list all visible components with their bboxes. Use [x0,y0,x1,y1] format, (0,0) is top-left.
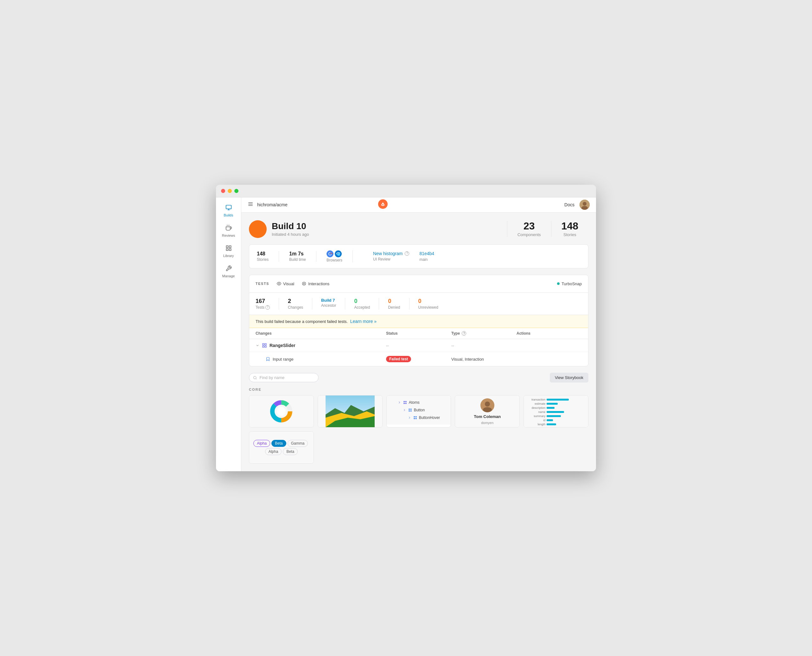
hbar-row-3: description [526,406,585,410]
docs-link[interactable]: Docs [564,202,574,207]
build-status-circle [249,220,267,238]
hbar-preview: transaction estimate description [524,396,588,427]
hbar-fill-5 [546,415,561,417]
sidebar-item-library[interactable]: Library [216,241,241,261]
svg-point-29 [254,376,256,379]
stories-info: 148 Stories [257,251,279,262]
stat-accepted-label: Accepted [354,305,370,309]
svg-rect-9 [226,248,228,251]
minimize-button[interactable] [228,189,232,193]
ui-review-label: UI Review [373,257,391,261]
stat-ancestor: Build 7 Ancestor [321,298,345,309]
svg-rect-47 [411,410,412,412]
story-card-tree[interactable]: Atoms Button ButtonH [386,395,451,427]
stat-changes-label: Changes [288,305,303,309]
stat-denied-value: 0 [388,298,400,305]
svg-point-54 [483,407,492,412]
bookmark-icon [266,357,270,361]
story-card-profile[interactable]: Tom Coleman domyen [455,395,520,427]
tab-interactions-label: Interactions [308,282,329,286]
stat-unreviewed-label: Unreviewed [418,305,438,309]
stories-info-label: Stories [257,257,269,262]
tab-interactions[interactable]: Interactions [299,280,332,288]
svg-rect-42 [403,403,405,404]
branch-link[interactable]: 81e4b4 [419,251,434,256]
hbar-row-1: transaction [526,398,585,401]
stat-ancestor-link[interactable]: Build 7 [321,298,336,303]
browsers-label: Browsers [327,258,342,262]
turbosnap-dot [557,282,560,285]
menu-icon[interactable] [248,201,253,208]
landscape-preview [318,396,382,427]
hbar-fill-1 [546,399,569,401]
reviews-icon [224,223,233,232]
stat-changes-value: 2 [288,298,303,305]
sidebar-item-manage[interactable]: Manage [216,261,241,281]
maximize-button[interactable] [235,189,238,193]
tests-header: TESTS Visual Interacti [249,275,588,293]
svg-rect-49 [415,416,417,418]
library-icon [224,244,233,252]
builds-label: Builds [224,213,233,217]
sidebar-item-builds[interactable]: Builds [216,200,241,220]
story-card-landscape[interactable] [318,395,383,427]
table-row[interactable]: Input range Failed test Visual, Interact… [249,352,588,366]
ui-review-info: New histogram ? UI Review [373,251,409,262]
builds-icon [224,203,233,212]
svg-rect-25 [262,343,264,345]
build-stats: 23 Components 148 Stories [507,221,588,237]
warning-link[interactable]: Learn more » [350,319,377,324]
stat-unreviewed: 0 Unreviewed [418,298,447,309]
visual-tab-icon [277,282,281,286]
tests-help-icon[interactable]: ? [266,305,270,309]
org-name: hichroma/acme [257,202,287,207]
stat-accepted: 0 Accepted [354,298,379,309]
changes-table: Changes Status Type ? Actions [249,328,588,366]
sidebar-item-reviews[interactable]: Reviews [216,220,241,241]
hbar-label-5: summary [526,415,545,418]
tab-visual[interactable]: Visual [274,280,297,288]
component-type: -- [451,343,517,348]
find-input[interactable] [260,375,315,380]
hbar-label-6: id [526,419,545,422]
chevron-down-icon[interactable] [256,343,259,347]
stories-count: 148 [562,221,578,231]
svg-rect-8 [229,248,231,251]
svg-point-18 [582,206,588,210]
svg-rect-6 [226,246,228,248]
hbar-row-6: id [526,419,585,422]
hbar-label-7: length [526,423,545,426]
stat-unreviewed-value: 0 [418,298,438,305]
build-components-stat: 23 Components [507,221,551,237]
profile-name: Tom Coleman [474,414,501,419]
hbar-label-1: transaction [526,398,545,401]
component-name-cell: RangeSlider [256,343,386,348]
hbar-fill-3 [546,407,554,409]
profile-preview: Tom Coleman domyen [455,396,519,427]
story-card-chips[interactable]: Alpha Beta Gamma Alpha Beta [249,431,314,464]
story-card-donut[interactable] [249,395,314,427]
hbar-row-7: length [526,423,585,426]
interactions-tab-icon [302,282,306,286]
svg-point-35 [277,407,286,416]
tests-section-label: TESTS [256,282,269,286]
hbar-row-5: summary [526,415,585,418]
browsers-row [327,251,342,257]
tree-item-button: Button [397,406,440,414]
profile-content: Tom Coleman domyen [470,396,505,427]
svg-rect-48 [414,416,415,418]
story-name: Input range [273,357,293,362]
build-time-label: Build time [289,257,306,262]
story-card-hbar[interactable]: transaction estimate description [523,395,588,427]
ui-review-help-icon[interactable]: ? [405,251,409,256]
avatar[interactable] [580,200,590,210]
find-input-wrap[interactable] [249,373,319,382]
branch-info: 81e4b4 main [419,251,434,262]
type-help-icon[interactable]: ? [462,331,466,336]
ui-review-link[interactable]: New histogram [373,251,403,256]
main-content: hichroma/acme Docs [241,197,596,472]
close-button[interactable] [221,189,225,193]
view-storybook-button[interactable]: View Storybook [550,373,588,382]
chips-preview: Alpha Beta Gamma Alpha Beta [249,432,313,463]
svg-rect-46 [409,410,410,412]
